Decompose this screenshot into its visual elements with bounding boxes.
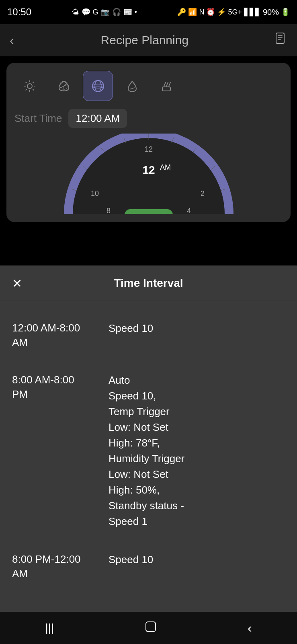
svg-text:12: 12 [144,145,152,153]
screenshot-icon: 📷 [101,8,110,16]
svg-rect-3 [278,39,281,40]
svg-text:AM: AM [160,163,171,171]
dot-icon: • [135,8,137,16]
interval-settings-2: AutoSpeed 10,Temp TriggerLow: Not SetHig… [109,372,285,529]
start-time-row: Start Time 12:00 AM [14,109,283,128]
app-icon-1: 🎧 [112,8,121,16]
interval-row-3: 8:00 PM-12:00AM Speed 10 [12,541,285,593]
interval-time-1: 12:00 AM-8:00AM [12,321,100,350]
5g-icon: 5G+ [228,8,242,16]
status-icons: 🌤 💬 G 📷 🎧 📰 • [72,8,137,16]
svg-line-19 [130,88,135,89]
status-bar: 10:50 🌤 💬 G 📷 🎧 📰 • 🔑 📶 N ⏰ ⚡ 5G+ ▋▋▋ 90… [0,0,297,24]
messenger-icon: 💬 [82,8,90,16]
status-right: 🔑 📶 N ⏰ ⚡ 5G+ ▋▋▋ 90% 🔋 [177,8,290,17]
svg-line-9 [25,82,27,83]
start-time-label: Start Time [14,112,62,125]
svg-text:10: 10 [90,189,98,198]
svg-line-12 [25,89,27,90]
interval-row-1: 12:00 AM-8:00AM Speed 10 [12,309,285,361]
mode-sun[interactable] [14,71,45,101]
app-header-area: ‹ Recipe Planning [0,24,297,228]
svg-text:4: 4 [186,207,190,214]
svg-text:12: 12 [142,164,155,176]
svg-text:2: 2 [200,189,204,198]
interval-list: 12:00 AM-8:00AM Speed 10 8:00 AM-8:00PM … [0,301,297,612]
svg-point-4 [27,84,32,88]
back-nav-button[interactable]: ‹ [248,621,252,636]
home-button[interactable] [144,620,157,636]
svg-rect-1 [278,35,283,36]
modal-header: ✕ Time Interval [0,265,297,301]
svg-rect-2 [278,37,283,38]
svg-text:8: 8 [106,207,110,214]
svg-rect-39 [146,622,156,632]
battery-icon: 🔋 [281,8,290,16]
page-title: Recipe Planning [101,33,188,47]
signal-bars: ▋▋▋ [244,8,261,16]
interval-settings-3: Speed 10 [109,552,285,568]
close-button[interactable]: ✕ [12,276,22,290]
weather-icon: 🌤 [72,8,79,16]
svg-rect-38 [125,209,173,214]
nfc-icon: N [199,8,204,16]
back-button[interactable]: ‹ [10,33,14,48]
news-icon: 📰 [123,8,132,16]
interval-time-3: 8:00 PM-12:00AM [12,552,100,581]
recipe-card: Start Time 12:00 AM [6,63,291,222]
recent-apps-button[interactable]: ||| [45,621,54,634]
app-nav: ‹ Recipe Planning [0,24,297,56]
interval-row-2: 8:00 AM-8:00PM AutoSpeed 10,Temp Trigger… [12,361,285,541]
doc-icon[interactable] [275,32,287,49]
key-icon: 🔑 [177,8,186,16]
bluetooth-icon: ⚡ [217,8,226,16]
svg-line-11 [33,82,34,83]
status-time: 10:50 [7,6,31,18]
google-icon: G [93,8,98,16]
clock-container: 12 10 2 8 4 12 AM [14,134,283,214]
mode-drop[interactable] [117,71,147,101]
modal-title: Time Interval [114,277,183,290]
mode-icons-row [14,71,283,101]
modal-sheet: ✕ Time Interval 12:00 AM-8:00AM Speed 10… [0,265,297,612]
alarm-icon: ⏰ [206,8,215,16]
mode-steam[interactable] [151,71,181,101]
bottom-nav: ||| ‹ [0,612,297,644]
mode-lines[interactable] [83,71,113,101]
sim-icon: 📶 [188,8,197,16]
start-time-value[interactable]: 12:00 AM [68,109,127,128]
svg-rect-20 [162,87,170,91]
interval-time-2: 8:00 AM-8:00PM [12,372,100,402]
svg-line-10 [33,89,34,90]
mode-leaf[interactable] [49,71,79,101]
interval-settings-1: Speed 10 [109,321,285,336]
battery-percent: 90% [263,8,279,17]
